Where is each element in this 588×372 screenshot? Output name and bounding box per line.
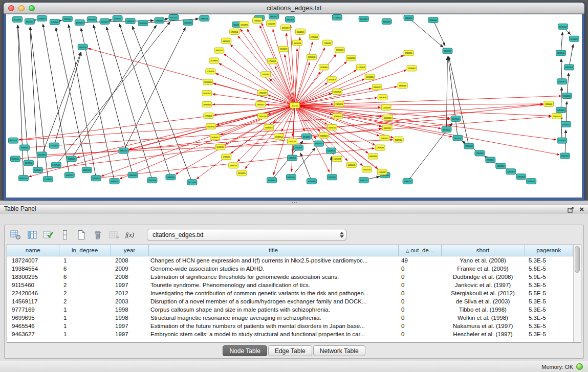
graph-node[interactable]: 16108710 (206, 123, 216, 129)
table-cell[interactable]: Structural magnetic resonance image aver… (148, 314, 398, 322)
table-cell[interactable]: 1 (59, 330, 111, 338)
graph-node[interactable]: 11442203 (138, 20, 148, 26)
graph-node[interactable]: 16452718 (267, 20, 276, 26)
graph-node[interactable]: 10991403 (200, 15, 209, 21)
graph-node[interactable]: 14562306 (496, 163, 506, 169)
table-cell[interactable]: 2003 (111, 297, 148, 305)
graph-node[interactable]: 17234509 (204, 113, 213, 118)
graph-node[interactable]: 9742508 (51, 162, 61, 168)
table-cell[interactable]: 1 (59, 256, 111, 265)
graph-node[interactable]: 18424304 (293, 40, 302, 46)
graph-node[interactable]: 15238604 (209, 58, 219, 63)
table-cell[interactable]: 5.3E-5 (525, 314, 573, 322)
window-titlebar[interactable]: citations_edges.txt (4, 3, 584, 14)
split-handle[interactable] (0, 201, 588, 205)
graph-node[interactable]: 10234501 (561, 121, 571, 127)
graph-node[interactable]: 9234509 (527, 179, 536, 184)
table-cell[interactable]: Wolkin et al. (1998) (441, 314, 525, 322)
graph-node[interactable]: 18328412 (319, 133, 329, 138)
table-cell[interactable]: 9465546 (7, 322, 59, 330)
graph-node[interactable]: 18093503 (398, 83, 407, 89)
table-cell[interactable]: Hescheler et al. (1997) (441, 330, 525, 338)
graph-node[interactable]: 10862501 (125, 18, 135, 24)
graph-node[interactable]: 8956710 (18, 176, 28, 181)
graph-node[interactable]: 9853204 (62, 16, 72, 21)
graph-node[interactable]: 18873419 (281, 25, 291, 30)
column-header-in_degree[interactable]: in_degree (59, 245, 111, 256)
table-cell[interactable]: 9463627 (7, 330, 59, 338)
table-cell[interactable]: 2 (59, 289, 111, 297)
graph-node[interactable]: 17356918 (258, 90, 268, 96)
graph-node[interactable]: 11209811 (43, 177, 53, 182)
table-cell[interactable]: Nakamura et al. (1997) (441, 322, 525, 330)
table-cell[interactable]: Embryonic stem cells: a model to study s… (148, 330, 398, 338)
graph-node[interactable]: 9135501 (558, 24, 568, 29)
graph-node[interactable]: 8997304 (147, 178, 157, 183)
graph-node[interactable]: 9215805 (37, 152, 47, 158)
graph-node[interactable]: 16894214 (229, 163, 238, 168)
graph-node[interactable]: 9219804 (113, 15, 122, 21)
table-cell[interactable]: 0 (398, 322, 441, 330)
table-cell[interactable]: 9699695 (7, 314, 59, 322)
graph-node[interactable]: 15662120 (295, 29, 305, 34)
graph-node[interactable]: 10704402 (570, 36, 579, 41)
graph-node[interactable]: 15958001 (544, 101, 554, 107)
graph-node[interactable]: 16230934 (332, 156, 342, 162)
table-cell[interactable]: Jankovic et al. (1997) (441, 281, 525, 289)
graph-node[interactable]: 18230915 (237, 170, 247, 176)
table-cell[interactable]: 9115460 (7, 281, 59, 289)
graph-node[interactable]: 13408402 (562, 93, 572, 99)
table-row[interactable]: 969969511998Structural magnetic resonanc… (7, 314, 573, 322)
column-check-button[interactable] (41, 228, 55, 242)
table-cell[interactable]: 1997 (111, 322, 148, 330)
table-row[interactable]: 1872400712008Changes of HCN gene express… (7, 256, 573, 265)
table-cell[interactable]: Changes of HCN gene expression and I(f) … (148, 256, 398, 265)
graph-node[interactable]: 18012403 (286, 16, 295, 22)
table-cell[interactable]: Disruption of a novel member of a sodium… (148, 297, 398, 305)
graph-node[interactable]: 16521306 (203, 79, 213, 85)
table-row[interactable]: 1938455462009Genome-wide association stu… (7, 265, 573, 273)
graph-node[interactable]: 11209409 (307, 179, 316, 184)
column-header-title[interactable]: title (148, 245, 398, 256)
graph-node[interactable]: 17208417 (253, 17, 263, 23)
rows-button[interactable] (58, 228, 72, 242)
graph-node[interactable]: 11450603 (294, 145, 303, 150)
graph-node[interactable]: 16148426 (365, 74, 375, 80)
table-cell[interactable]: Estimation of the future numbers of pati… (148, 322, 398, 330)
graph-node[interactable]: 18356911 (210, 134, 220, 140)
table-cell[interactable]: Estimation of significance thresholds fo… (148, 273, 398, 281)
table-cell[interactable]: 1998 (111, 305, 148, 314)
graph-node[interactable]: 18097931 (382, 125, 392, 130)
graph-node[interactable]: 15629304 (394, 137, 403, 142)
graph-node[interactable]: 15340916 (239, 21, 249, 27)
column-header-out_de[interactable]: △out_de... (398, 245, 441, 256)
graph-node[interactable]: 16093402 (222, 38, 231, 43)
graph-node[interactable]: 17764505 (206, 69, 215, 74)
table-row[interactable]: 977716911998Corpus callosum shape and si… (7, 305, 573, 314)
graph-node[interactable]: 17465010 (333, 113, 342, 119)
table-cell[interactable]: 22420046 (7, 289, 59, 297)
table-cell[interactable]: 18724007 (7, 256, 59, 265)
table-cell[interactable]: 14569117 (7, 297, 59, 305)
column-header-year[interactable]: year (111, 245, 148, 256)
graph-node[interactable]: 11567201 (557, 79, 567, 84)
table-cell[interactable]: 0 (398, 265, 441, 273)
graph-node[interactable]: 15134501 (301, 134, 311, 139)
table-cell[interactable]: 5.3E-5 (525, 330, 573, 338)
table-cell[interactable]: 0 (398, 297, 441, 305)
table-cell[interactable]: 5.3E-5 (525, 297, 573, 305)
graph-node[interactable]: 17240 (290, 103, 300, 108)
table-cell[interactable]: 0 (398, 305, 441, 314)
graph-node[interactable]: 11240603 (464, 143, 474, 149)
graph-node[interactable]: 11850203 (128, 172, 138, 178)
graph-node[interactable]: 10238204 (326, 148, 336, 154)
graph-node[interactable]: 16015203 (279, 46, 289, 52)
window-close-button[interactable] (8, 5, 14, 11)
table-cell[interactable]: 18300295 (7, 273, 59, 281)
import-table-button[interactable] (107, 228, 121, 242)
tab-network-table[interactable]: Network Table (313, 345, 365, 356)
network-select[interactable]: citations_edges.txt (147, 229, 346, 241)
graph-node[interactable]: 12660408 (516, 174, 526, 180)
table-cell[interactable]: Tourette syndrome. Phenomenology and cla… (148, 281, 398, 289)
table-cell[interactable]: Corpus callosum shape and size in male p… (148, 305, 398, 314)
